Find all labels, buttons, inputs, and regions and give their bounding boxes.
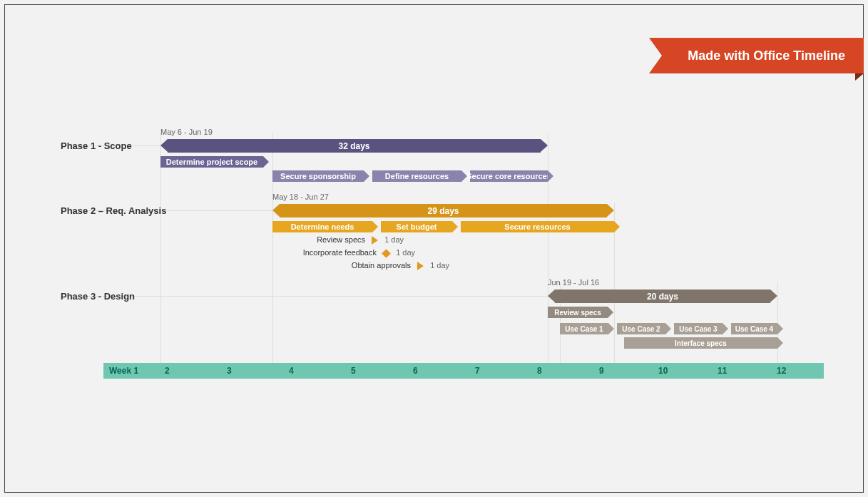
axis-tick: 6 [413,363,418,379]
phase2-date-range: May 18 - Jun 27 [272,193,329,201]
phase1-task-scope: Determine project scope [160,156,263,168]
phase1-task-secure-core: Secure core resources [470,170,548,182]
phase3-task-review: Review specs [548,307,608,318]
axis-tick: 11 [718,363,727,379]
phase2-summary-bar: 29 days [280,204,607,217]
phase2-task-budget: Set budget [381,221,452,232]
guide-line [160,133,161,372]
axis-tick: 9 [599,363,604,379]
axis-tick: 12 [777,363,786,379]
phase3-date-range: Jun 19 - Jul 16 [548,278,599,287]
phase2-task-secure-resources: Secure resources [461,221,614,232]
phase2-task-needs: Determine needs [272,221,372,232]
ribbon-tail-icon [855,73,864,81]
phase1-task-define-resources: Define resources [372,170,461,182]
phase1-summary-bar: 32 days [168,139,541,153]
axis-tick: 10 [658,363,668,379]
phase3-task-uc4: Use Case 4 [731,323,777,334]
phase3-task-interface: Interface specs [624,337,777,349]
phase2-milestone-approvals: Obtain approvals 1 day [272,261,515,270]
axis-tick: Week 1 [109,363,138,379]
phase3-summary-bar: 20 days [555,290,770,303]
phase1-label: Phase 1 - Scope [61,140,132,151]
ribbon-text: Made with Office Timeline [688,48,845,63]
phase1-task-sponsorship: Secure sponsorship [272,170,364,182]
timeline-chart: Phase 1 - Scope May 6 - Jun 19 32 days D… [61,126,824,383]
phase2-milestone-feedback: Incorporate feedback 1 day [272,248,515,257]
axis-tick: 4 [289,363,294,379]
slide-frame: Made with Office Timeline Phase 1 - Scop… [4,4,864,493]
axis-tick: 7 [475,363,480,379]
phase3-task-uc3: Use Case 3 [674,323,723,334]
phase2-label: Phase 2 – Req. Analysis [61,205,166,216]
phase3-task-uc1: Use Case 1 [560,323,608,334]
chevron-icon [417,262,424,270]
guide-line [548,133,548,372]
week-axis: Week 1 2 3 4 5 6 7 8 9 10 11 12 [103,363,824,379]
phase1-date-range: May 6 - Jun 19 [160,128,213,136]
phase3-label: Phase 3 - Design [61,291,135,302]
phase3-task-uc2: Use Case 2 [617,323,665,334]
made-with-ribbon: Made with Office Timeline [662,38,864,73]
axis-tick: 8 [537,363,542,379]
phase2-milestone-review: Review specs 1 day [272,235,515,245]
axis-tick: 3 [227,363,232,379]
axis-tick: 2 [165,363,170,379]
chevron-icon [372,236,378,245]
diamond-icon [382,249,391,258]
axis-tick: 5 [351,363,356,379]
